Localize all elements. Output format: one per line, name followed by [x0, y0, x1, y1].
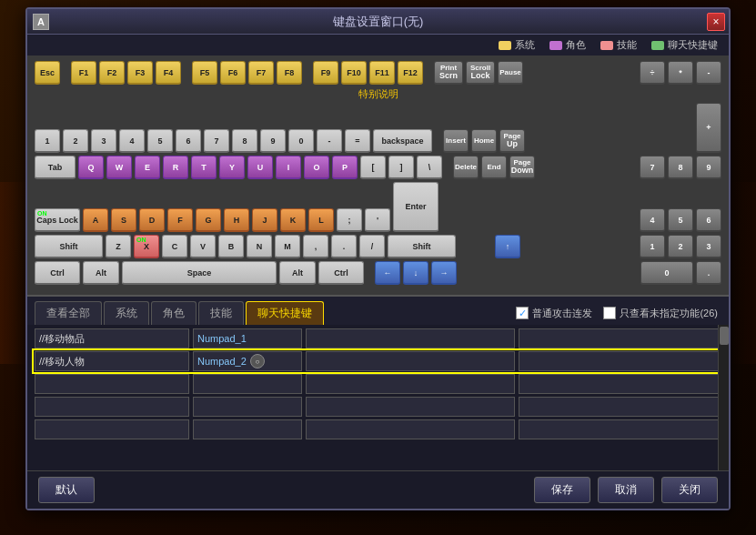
key-num-7[interactable]: 7	[640, 156, 665, 179]
key-f1[interactable]: F1	[71, 61, 96, 85]
key-e[interactable]: E	[135, 156, 160, 179]
key-o[interactable]: O	[304, 156, 329, 179]
key-minus[interactable]: -	[317, 129, 342, 153]
tab-skill[interactable]: 技能	[198, 301, 244, 325]
key-alt-left[interactable]: Alt	[83, 261, 119, 285]
key-k[interactable]: K	[280, 208, 306, 232]
close-button[interactable]: ×	[707, 13, 725, 31]
key-f9[interactable]: F9	[313, 61, 338, 85]
key-delete[interactable]: Delete	[453, 156, 479, 179]
key-page-up[interactable]: PageUp	[499, 129, 525, 153]
key-arrow-down[interactable]: ↓	[403, 261, 428, 285]
key-f6[interactable]: F6	[220, 61, 246, 85]
key-g[interactable]: G	[196, 208, 221, 232]
key-insert[interactable]: Insert	[443, 129, 469, 153]
key-f10[interactable]: F10	[341, 61, 367, 85]
keybind-key1-3[interactable]	[193, 374, 302, 394]
key-v[interactable]: V	[190, 235, 216, 258]
key-p[interactable]: P	[332, 156, 358, 179]
key-7[interactable]: 7	[204, 129, 229, 153]
key-y[interactable]: Y	[219, 156, 245, 179]
key-backslash[interactable]: \	[417, 156, 442, 179]
checkbox-box-auto-attack[interactable]: ✓	[516, 307, 529, 319]
key-f4[interactable]: F4	[156, 61, 181, 85]
key-f7[interactable]: F7	[248, 61, 274, 85]
key-2[interactable]: 2	[63, 129, 88, 153]
keybind-key2-2[interactable]	[306, 351, 515, 371]
key-h[interactable]: H	[224, 208, 249, 232]
key-quote[interactable]: '	[365, 208, 390, 232]
keybind-key2-4[interactable]	[306, 397, 515, 417]
keybind-key3-5[interactable]	[519, 419, 721, 439]
key-caps-lock[interactable]: ON Caps Lock	[35, 208, 80, 232]
key-d[interactable]: D	[139, 208, 165, 232]
key-pause[interactable]: Pause	[498, 61, 523, 85]
key-c[interactable]: C	[162, 235, 187, 258]
key-ctrl-right[interactable]: Ctrl	[318, 261, 364, 285]
key-9[interactable]: 9	[260, 129, 286, 153]
key-0[interactable]: 0	[288, 129, 314, 153]
key-num-divide[interactable]: ÷	[640, 61, 665, 85]
key-shift-right[interactable]: Shift	[388, 235, 456, 258]
key-arrow-right[interactable]: →	[431, 261, 457, 285]
tab-system[interactable]: 系统	[104, 301, 149, 325]
key-num-1[interactable]: 1	[640, 235, 665, 258]
key-4[interactable]: 4	[119, 129, 145, 153]
key-period[interactable]: .	[331, 235, 357, 258]
key-1[interactable]: 1	[35, 129, 60, 153]
key-f12[interactable]: F12	[398, 61, 423, 85]
key-slash[interactable]: /	[359, 235, 385, 258]
key-page-down[interactable]: PageDown	[509, 156, 535, 179]
key-i[interactable]: I	[276, 156, 301, 179]
key-ctrl-left[interactable]: Ctrl	[35, 261, 80, 285]
key-r[interactable]: R	[163, 156, 188, 179]
key-f5[interactable]: F5	[192, 61, 217, 85]
key-num-plus[interactable]: +	[696, 103, 721, 153]
key-f3[interactable]: F3	[127, 61, 153, 85]
key-print-screen[interactable]: PrintScrn	[434, 61, 463, 85]
key-q[interactable]: Q	[78, 156, 104, 179]
key-j[interactable]: J	[252, 208, 277, 232]
key-l[interactable]: L	[308, 208, 334, 232]
tab-role[interactable]: 角色	[151, 301, 197, 325]
key-f[interactable]: F	[167, 208, 193, 232]
close-bottom-button[interactable]: 关闭	[661, 477, 718, 503]
cancel-button[interactable]: 取消	[598, 477, 654, 503]
key-f8[interactable]: F8	[277, 61, 302, 85]
key-space[interactable]: Space	[122, 261, 277, 285]
key-num-4[interactable]: 4	[640, 208, 665, 232]
key-n[interactable]: N	[247, 235, 272, 258]
key-home[interactable]: Home	[471, 129, 497, 153]
tab-chat[interactable]: 聊天快捷键	[246, 301, 324, 325]
scrollbar-thumb[interactable]	[720, 327, 729, 345]
key-6[interactable]: 6	[176, 129, 201, 153]
keybind-key3-4[interactable]	[519, 397, 721, 417]
keybind-key1-2[interactable]: Numpad_2 ○	[193, 351, 302, 371]
key-z[interactable]: Z	[106, 235, 131, 258]
key-num-0[interactable]: 0	[640, 261, 693, 285]
key-x[interactable]: ON X	[134, 235, 159, 258]
key-f11[interactable]: F11	[369, 61, 395, 85]
keybind-key1-1[interactable]: Numpad_1	[193, 328, 302, 348]
key-num-9[interactable]: 9	[696, 156, 721, 179]
keybind-key1-4[interactable]	[193, 397, 302, 417]
keybind-key3-1[interactable]	[519, 328, 721, 348]
key-num-dot[interactable]: .	[696, 261, 721, 285]
key-num-minus[interactable]: -	[696, 61, 721, 85]
key-equals[interactable]: =	[345, 129, 370, 153]
key-num-3[interactable]: 3	[696, 235, 721, 258]
key-s[interactable]: S	[111, 208, 136, 232]
key-num-6[interactable]: 6	[696, 208, 721, 232]
key-m[interactable]: M	[275, 235, 300, 258]
tab-all[interactable]: 查看全部	[35, 301, 102, 325]
key-enter[interactable]: Enter	[393, 182, 438, 232]
key-end[interactable]: End	[481, 156, 507, 179]
key-comma[interactable]: ,	[303, 235, 328, 258]
key-5[interactable]: 5	[147, 129, 173, 153]
key-bracket-r[interactable]: ]	[388, 156, 414, 179]
keybind-key2-1[interactable]	[306, 328, 515, 348]
key-b[interactable]: B	[218, 235, 244, 258]
checkbox-box-unassigned[interactable]	[603, 307, 616, 319]
checkbox-unassigned[interactable]: 只查看未指定功能(26)	[603, 307, 718, 320]
keybind-key1-5[interactable]	[193, 419, 302, 439]
